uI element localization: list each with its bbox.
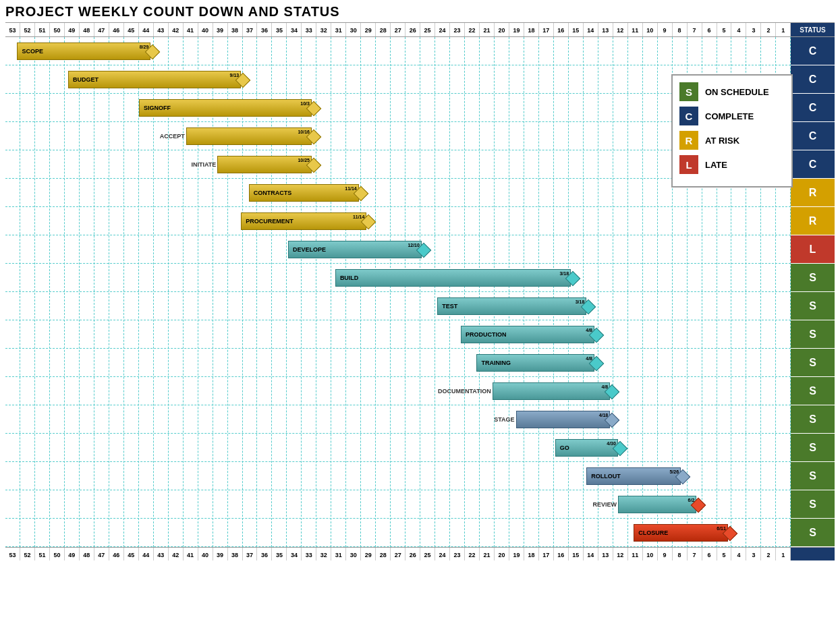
week-cell: 15 — [569, 23, 584, 36]
task-row: DOCUMENTATION4/8 — [5, 377, 791, 405]
week-cell: 20 — [495, 23, 509, 36]
legend-item-s: SON SCHEDULE — [679, 82, 785, 101]
task-row: GO4/30 — [5, 434, 791, 462]
task-bar-scope: SCOPE8/29 — [17, 42, 150, 60]
week-cell-bottom: 2 — [761, 548, 776, 560]
legend-label-r: AT RISK — [705, 136, 739, 146]
week-cell-bottom: 41 — [184, 548, 198, 560]
legend-box: SON SCHEDULECCOMPLETERAT RISKLLATE — [671, 74, 793, 188]
task-date-production: 4/8 — [586, 328, 592, 333]
status-cell-signoff: C — [791, 94, 835, 122]
status-cell-budget: C — [791, 65, 835, 94]
week-cell: 38 — [228, 23, 243, 36]
task-name-develope: DEVELOPE — [293, 246, 326, 253]
week-cell: 43 — [154, 23, 169, 36]
week-cell: 44 — [139, 23, 154, 36]
legend-label-l: LATE — [705, 160, 727, 170]
task-date-signoff: 10/3 — [300, 101, 310, 106]
week-cell-bottom: 14 — [584, 548, 598, 560]
week-cell: 4 — [731, 23, 746, 36]
week-cell-bottom: 24 — [435, 548, 450, 560]
week-cells: 5352515049484746454443424140393837363534… — [5, 23, 791, 36]
week-cell: 21 — [480, 23, 495, 36]
week-cell-bottom: 48 — [80, 548, 94, 560]
week-cell-bottom: 33 — [302, 548, 316, 560]
task-row: ROLLOUT5/26 — [5, 462, 791, 490]
task-row: TRAINING4/8 — [5, 349, 791, 377]
task-name-left-documentation: DOCUMENTATION — [432, 388, 491, 395]
week-cell-bottom: 11 — [628, 548, 643, 560]
status-cell-accept: C — [791, 122, 835, 150]
week-cell-bottom: 3 — [746, 548, 761, 560]
task-date-procurement: 11/14 — [353, 214, 365, 219]
legend-badge-r: R — [679, 131, 698, 150]
task-bar-contracts: CONTRACTS11/14 — [249, 184, 359, 202]
legend-badge-l: L — [679, 155, 698, 174]
week-cell: 1 — [776, 23, 791, 36]
week-cell: 18 — [524, 23, 539, 36]
week-cell: 42 — [169, 23, 184, 36]
week-cell: 26 — [405, 23, 420, 36]
week-cell-bottom: 16 — [554, 548, 569, 560]
week-cell-bottom: 12 — [613, 548, 628, 560]
week-cell: 39 — [213, 23, 228, 36]
task-date-rollout: 5/26 — [669, 469, 679, 474]
task-bar-documentation: 4/8 — [493, 382, 611, 400]
week-cell-bottom: 43 — [154, 548, 169, 560]
legend-badge-s: S — [679, 82, 698, 101]
week-cell-bottom: 25 — [420, 548, 435, 560]
task-date-training: 4/8 — [586, 356, 592, 361]
task-row: REVIEW6/2 — [5, 490, 791, 519]
week-cell-bottom: 21 — [480, 548, 495, 560]
week-cell: 29 — [361, 23, 376, 36]
status-cell-test: S — [791, 292, 835, 320]
task-bar-closure: CLOSURE6/11 — [634, 524, 728, 542]
status-header-bottom — [791, 548, 835, 560]
week-cell: 35 — [272, 23, 287, 36]
week-cell-bottom: 19 — [509, 548, 524, 560]
task-date-build: 3/18 — [559, 271, 569, 276]
week-cell-bottom: 29 — [361, 548, 376, 560]
week-cell-bottom: 23 — [450, 548, 465, 560]
task-bar-accept: 10/16 — [186, 127, 312, 145]
task-date-closure: 6/11 — [717, 526, 726, 531]
week-cell-bottom: 28 — [376, 548, 391, 560]
status-cell-initiate: C — [791, 150, 835, 179]
status-cell-rollout: S — [791, 462, 835, 490]
week-cell-bottom: 37 — [243, 548, 258, 560]
legend-label-s: ON SCHEDULE — [705, 87, 769, 97]
week-cell: 46 — [109, 23, 124, 36]
task-name-left-stage: STAGE — [455, 416, 515, 423]
legend-item-c: CCOMPLETE — [679, 107, 785, 125]
task-date-test: 3/18 — [576, 299, 585, 304]
week-cell: 36 — [257, 23, 272, 36]
legend-badge-c: C — [679, 107, 698, 125]
week-cell-bottom: 42 — [169, 548, 184, 560]
week-cell: 33 — [302, 23, 316, 36]
task-bar-procurement: PROCUREMENT11/14 — [241, 212, 366, 230]
status-cell-stage: S — [791, 405, 835, 434]
week-cell-bottom: 47 — [94, 548, 109, 560]
task-date-budget: 9/13 — [230, 73, 240, 78]
week-cell-bottom: 36 — [257, 548, 272, 560]
week-cell: 16 — [554, 23, 569, 36]
week-cell: 5 — [717, 23, 732, 36]
task-date-accept: 10/16 — [298, 129, 310, 134]
week-cell: 8 — [673, 23, 688, 36]
main-container: PROJECT WEEKLY COUNT DOWN AND STATUS 535… — [0, 0, 840, 634]
week-cell: 34 — [287, 23, 302, 36]
week-cell-bottom: 7 — [688, 548, 702, 560]
week-cell-bottom: 22 — [465, 548, 480, 560]
task-date-develope: 12/10 — [408, 243, 420, 248]
task-date-documentation: 4/8 — [602, 384, 609, 389]
task-bar-production: PRODUCTION4/8 — [461, 326, 594, 343]
status-cell-production: S — [791, 320, 835, 349]
legend-label-c: COMPLETE — [705, 111, 754, 121]
week-cell: 40 — [198, 23, 213, 36]
week-cell-bottom: 39 — [213, 548, 228, 560]
task-date-initiate: 10/25 — [298, 158, 310, 163]
week-cell-bottom: 52 — [20, 548, 35, 560]
task-bar-signoff: SIGNOFF10/3 — [139, 99, 312, 117]
task-row: DEVELOPE12/10 — [5, 235, 791, 264]
week-cell: 14 — [584, 23, 598, 36]
